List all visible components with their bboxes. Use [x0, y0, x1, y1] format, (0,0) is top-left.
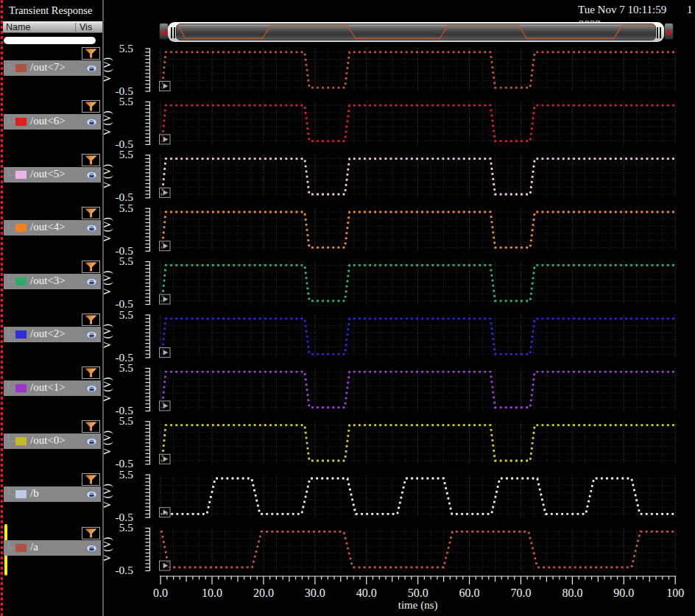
filter-button-out0[interactable]	[82, 420, 100, 433]
y-max-label: 5.5	[119, 42, 134, 54]
eye-icon[interactable]	[86, 278, 97, 286]
eye-icon[interactable]	[86, 118, 97, 126]
strip-out7: 5.5-0.5V (V)	[101, 42, 675, 97]
signal-name: /a	[30, 541, 38, 553]
eye-icon[interactable]	[86, 171, 97, 179]
strip-b: 5.5-0.5V (V)	[101, 468, 675, 523]
signal-name: /out<5>	[30, 168, 66, 180]
funnel-icon	[82, 474, 99, 485]
scrollbar-left-grip-icon[interactable]	[171, 27, 176, 38]
signal-name: /out<4>	[30, 221, 66, 233]
signal-filter-input[interactable]	[4, 37, 96, 44]
eye-icon[interactable]	[86, 65, 97, 72]
signal-row-out2[interactable]: /out<2>	[4, 327, 101, 342]
strip-out0: 5.5-0.5V (V)	[101, 414, 675, 470]
color-swatch[interactable]	[15, 171, 27, 179]
color-swatch[interactable]	[15, 64, 27, 72]
x-axis-title: time (ns)	[398, 599, 438, 612]
strip-marker-button[interactable]	[160, 241, 171, 251]
x-tick-label: 30.0	[305, 587, 325, 599]
corner-label: 1	[687, 4, 693, 16]
signal-row-out3[interactable]: /out<3>	[4, 274, 101, 289]
eye-icon[interactable]	[86, 491, 97, 498]
funnel-icon	[82, 528, 99, 539]
funnel-icon	[82, 314, 99, 325]
x-tick-label: 60.0	[459, 587, 480, 599]
color-swatch[interactable]	[15, 490, 27, 498]
color-swatch[interactable]	[15, 384, 27, 392]
strip-marker-button[interactable]	[160, 561, 171, 570]
eye-icon[interactable]	[86, 331, 97, 339]
signal-name: /out<3>	[30, 275, 66, 287]
signal-row-out6[interactable]: /out<6>	[4, 114, 101, 130]
signal-row-out4[interactable]: /out<4>	[4, 220, 101, 236]
scrollbar-right-grip-icon[interactable]	[657, 27, 662, 38]
x-tick-label: 0.0	[153, 587, 168, 599]
signal-row-out5[interactable]: /out<5>	[4, 167, 101, 183]
eye-icon[interactable]	[86, 224, 97, 232]
color-swatch[interactable]	[15, 224, 27, 232]
y-max-label: 5.5	[119, 202, 134, 214]
color-swatch[interactable]	[15, 118, 27, 126]
y-max-label: 5.5	[119, 255, 134, 267]
filter-button-out2[interactable]	[82, 314, 100, 326]
strip-marker-button[interactable]	[160, 188, 171, 197]
eye-icon[interactable]	[86, 385, 97, 392]
funnel-icon	[82, 101, 99, 112]
signal-row-out7[interactable]: /out<7>	[4, 60, 101, 76]
funnel-icon	[82, 48, 99, 59]
x-tick-label: 40.0	[356, 587, 377, 599]
name-column-header[interactable]: Name	[6, 22, 30, 32]
signal-row-out0[interactable]: /out<0>	[4, 433, 101, 449]
strip-a: 5.5-0.5V (V)	[101, 521, 675, 576]
color-swatch[interactable]	[15, 330, 27, 339]
eye-icon[interactable]	[86, 545, 97, 552]
strip-marker-button[interactable]	[160, 294, 171, 304]
overview-trace	[177, 24, 655, 40]
filter-button-a[interactable]	[82, 527, 100, 539]
strip-marker-button[interactable]	[160, 508, 171, 517]
y-max-label: 5.5	[119, 95, 134, 107]
color-swatch[interactable]	[15, 437, 27, 445]
x-tick-label: 100	[666, 587, 684, 599]
scrollbar-right-button[interactable]	[664, 23, 674, 40]
strip-marker-button[interactable]	[160, 82, 171, 91]
panel-splitter[interactable]	[102, 0, 104, 616]
signal-row-out1[interactable]: /out<1>	[4, 380, 101, 396]
right-arrow-icon	[667, 29, 672, 36]
signal-row-a[interactable]: /a	[4, 540, 101, 556]
signal-name: /out<1>	[30, 381, 66, 394]
strip-out6: 5.5-0.5V (V)	[101, 95, 675, 150]
filter-button-out4[interactable]	[82, 207, 100, 219]
y-max-label: 5.5	[119, 148, 134, 160]
strip-out5: 5.5-0.5V (V)	[101, 148, 675, 203]
color-swatch[interactable]	[15, 277, 27, 286]
funnel-icon	[82, 261, 99, 272]
left-arrow-icon	[161, 29, 166, 36]
signal-name: /out<2>	[30, 328, 66, 340]
filter-button-out3[interactable]	[82, 261, 100, 273]
strip-marker-button[interactable]	[160, 454, 171, 464]
color-swatch[interactable]	[15, 544, 27, 552]
funnel-icon	[82, 208, 99, 219]
scrollbar-handle[interactable]	[168, 22, 664, 42]
x-axis: 0.010.020.030.040.050.060.070.080.090.01…	[153, 576, 684, 612]
dock-handle[interactable]	[1, 0, 3, 616]
filter-button-out7[interactable]	[82, 47, 100, 60]
eye-icon[interactable]	[86, 438, 97, 445]
strip-out1: 5.5-0.5V (V)	[101, 361, 675, 417]
filter-button-out1[interactable]	[82, 367, 100, 379]
strip-marker-button[interactable]	[160, 135, 171, 144]
strip-out4: 5.5-0.5V (V)	[101, 202, 675, 257]
signal-row-b[interactable]: /b	[4, 486, 101, 502]
strip-out2: 5.5-0.5V (V)	[101, 308, 675, 364]
filter-button-b[interactable]	[82, 473, 100, 486]
y-min-label: -0.5	[115, 564, 133, 576]
filter-button-out6[interactable]	[82, 100, 100, 113]
x-tick-label: 90.0	[613, 587, 634, 599]
filter-button-out5[interactable]	[82, 154, 100, 166]
column-divider[interactable]	[75, 23, 76, 33]
strip-marker-button[interactable]	[160, 348, 171, 358]
strip-marker-button[interactable]	[160, 401, 171, 411]
vis-column-header[interactable]: Vis	[80, 22, 92, 32]
